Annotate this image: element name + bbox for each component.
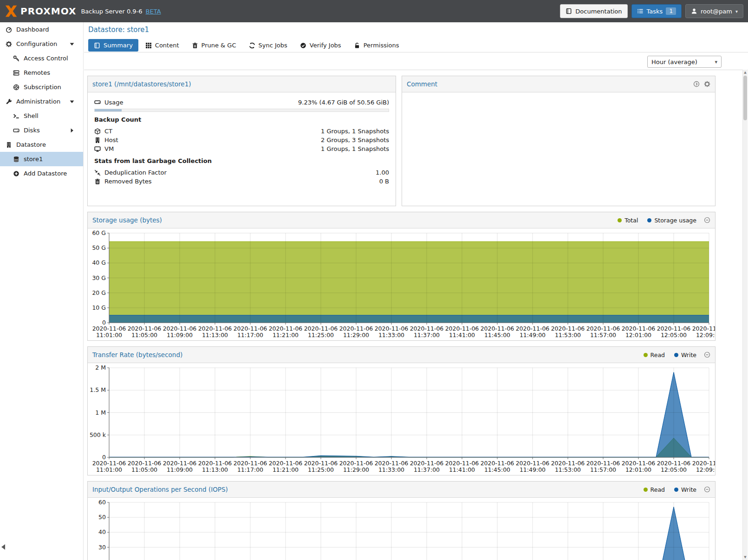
iops-panel: Input/Output Operations per Second (IOPS… xyxy=(87,481,715,560)
svg-text:11:57:00: 11:57:00 xyxy=(590,332,616,339)
sidebar-item-label: Configuration xyxy=(16,40,57,47)
sidebar-item-access-control[interactable]: Access Control xyxy=(0,51,83,65)
legend-item-read[interactable]: Read xyxy=(644,352,665,358)
legend-dot xyxy=(674,488,678,492)
svg-text:11:37:00: 11:37:00 xyxy=(414,466,440,473)
legend-dot xyxy=(644,488,648,492)
svg-text:11:33:00: 11:33:00 xyxy=(378,466,404,473)
scrollbar-thumb[interactable] xyxy=(743,76,747,120)
key-icon xyxy=(13,55,20,62)
support-icon xyxy=(13,84,20,91)
comment-body[interactable] xyxy=(402,92,715,102)
legend-item-total[interactable]: Total xyxy=(618,217,638,224)
legend-dot xyxy=(618,218,622,222)
tab-permissions[interactable]: Permissions xyxy=(348,39,405,52)
legend-label: Storage usage xyxy=(654,217,696,224)
divider xyxy=(84,52,748,52)
sidebar-item-shell[interactable]: Shell xyxy=(0,109,83,123)
svg-text:2020-11-06: 2020-11-06 xyxy=(163,325,197,332)
sidebar-item-dashboard[interactable]: Dashboard xyxy=(0,22,83,37)
documentation-label: Documentation xyxy=(575,8,622,15)
sidebar-item-store1[interactable]: store1 xyxy=(0,152,83,166)
chevron-down-icon: ▾ xyxy=(715,59,717,65)
svg-text:2020-11-06: 2020-11-06 xyxy=(657,325,691,332)
collapse-chart-icon[interactable] xyxy=(704,486,710,493)
server-icon xyxy=(13,70,20,76)
chevron-right-icon[interactable] xyxy=(69,127,75,134)
svg-text:1 M: 1 M xyxy=(95,409,106,416)
sidebar-item-datastore[interactable]: Datastore xyxy=(0,137,83,152)
scroll-down-arrow[interactable]: ▼ xyxy=(743,554,748,560)
tasks-count-badge: 1 xyxy=(666,7,676,15)
chevron-down-icon[interactable] xyxy=(69,98,75,105)
sidebar-item-remotes[interactable]: Remotes xyxy=(0,65,83,80)
svg-text:2020-11-06: 2020-11-06 xyxy=(92,325,126,332)
hdd-icon xyxy=(13,127,20,134)
brand-text: PROXMOX xyxy=(20,6,76,17)
svg-text:50 G: 50 G xyxy=(92,244,106,251)
svg-text:11:41:00: 11:41:00 xyxy=(449,332,475,339)
tab-prune-gc[interactable]: Prune & GC xyxy=(186,39,242,52)
storage-usage-panel: Storage usage (bytes) Total Storage usag… xyxy=(87,212,715,341)
tab-verify-jobs[interactable]: Verify Jobs xyxy=(294,39,347,52)
vertical-scrollbar[interactable]: ▲ ▼ xyxy=(742,70,748,560)
row-label: VM xyxy=(104,145,114,152)
chevron-circle-icon[interactable] xyxy=(693,81,700,87)
sidebar-item-add-datastore[interactable]: Add Datastore xyxy=(0,166,83,181)
tab-sync-jobs[interactable]: Sync Jobs xyxy=(243,39,293,52)
svg-text:2020-11-06: 2020-11-06 xyxy=(692,325,715,332)
panel-title: Transfer Rate (bytes/second) xyxy=(92,351,182,358)
sidebar-item-label: Add Datastore xyxy=(24,170,67,177)
book-icon xyxy=(566,8,572,14)
check-circle-icon xyxy=(300,42,306,49)
user-menu-button[interactable]: root@pam ▾ xyxy=(685,4,743,18)
desktop-icon xyxy=(94,146,101,152)
navigation-sidebar: Dashboard Configuration Access Control R… xyxy=(0,22,84,560)
gear-icon[interactable] xyxy=(704,81,710,87)
svg-text:2020-11-06: 2020-11-06 xyxy=(657,460,691,467)
sidebar-scroll-left-arrow[interactable] xyxy=(1,544,5,550)
proxmox-logo: PROXMOX xyxy=(5,5,76,18)
legend-item-read[interactable]: Read xyxy=(644,486,665,493)
trash-icon xyxy=(94,178,101,185)
panel-title: store1 (/mnt/datastores/store1) xyxy=(92,80,191,88)
transfer-rate-chart: 0500 k1 M1.5 M2 M2020-11-0611:01:002020-… xyxy=(88,363,715,475)
legend-item-write[interactable]: Write xyxy=(674,486,696,493)
legend-label: Write xyxy=(681,352,696,358)
sidebar-item-subscription[interactable]: Subscription xyxy=(0,80,83,94)
svg-text:11:29:00: 11:29:00 xyxy=(343,332,369,339)
sidebar-item-disks[interactable]: Disks xyxy=(0,123,83,137)
svg-text:11:05:00: 11:05:00 xyxy=(131,466,157,473)
documentation-button[interactable]: Documentation xyxy=(560,4,627,18)
user-label: root@pam xyxy=(701,8,732,15)
svg-text:12:05:00: 12:05:00 xyxy=(661,332,687,339)
svg-text:12:09:00: 12:09:00 xyxy=(696,466,715,473)
tab-content[interactable]: Content xyxy=(140,39,185,52)
collapse-chart-icon[interactable] xyxy=(704,352,710,358)
svg-text:2020-11-06: 2020-11-06 xyxy=(551,325,585,332)
legend-dot xyxy=(674,353,678,357)
panel-header: Input/Output Operations per Second (IOPS… xyxy=(88,482,715,498)
panel-title: Input/Output Operations per Second (IOPS… xyxy=(92,486,228,493)
gc-row-removed-bytes: Removed Bytes 0 B xyxy=(94,177,389,186)
period-select[interactable]: Hour (average) ▾ xyxy=(647,56,722,68)
legend-item-storage-usage[interactable]: Storage usage xyxy=(647,217,696,224)
svg-text:11:57:00: 11:57:00 xyxy=(590,466,616,473)
backup-count-row-ct: CT 1 Groups, 1 Snapshots xyxy=(94,127,389,136)
tasks-label: Tasks xyxy=(647,8,663,15)
sidebar-item-configuration[interactable]: Configuration xyxy=(0,37,83,51)
legend-item-write[interactable]: Write xyxy=(674,352,696,358)
scroll-up-arrow[interactable]: ▲ xyxy=(743,70,748,75)
usage-row: Usage 9.23% (4.67 GiB of 50.56 GiB) xyxy=(94,97,389,107)
svg-text:2020-11-06: 2020-11-06 xyxy=(375,460,409,467)
collapse-chart-icon[interactable] xyxy=(704,217,710,223)
beta-link[interactable]: BETA xyxy=(146,8,161,15)
sidebar-item-administration[interactable]: Administration xyxy=(0,94,83,109)
unlock-icon xyxy=(354,42,360,49)
svg-text:11:33:00: 11:33:00 xyxy=(378,332,404,339)
tasks-button[interactable]: Tasks 1 xyxy=(631,4,682,18)
chevron-down-icon[interactable] xyxy=(69,41,75,47)
tab-summary[interactable]: Summary xyxy=(88,39,138,52)
panel-title: Comment xyxy=(407,80,437,88)
svg-text:2 M: 2 M xyxy=(95,364,106,371)
